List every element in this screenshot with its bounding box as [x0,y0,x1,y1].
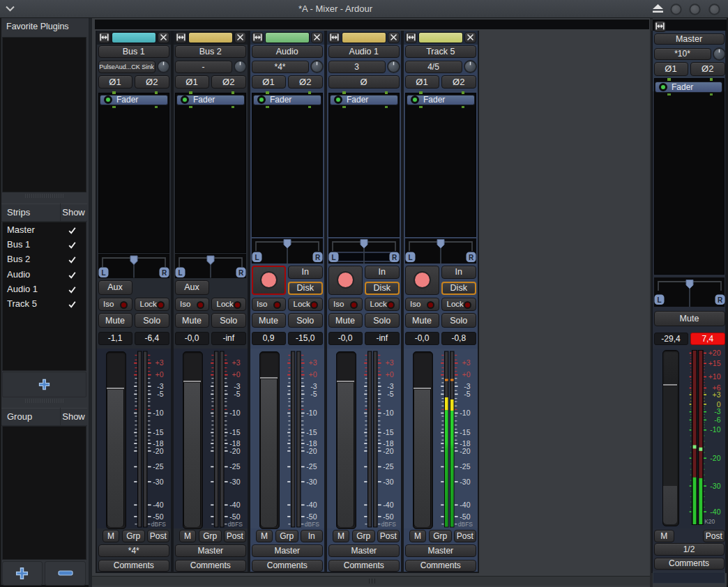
svg-text:R: R [315,253,321,261]
svg-text:+0: +0 [232,370,241,379]
svg-text:L: L [408,253,412,261]
svg-text:+0: +0 [386,370,394,379]
svg-text:dBFS: dBFS [305,521,320,528]
svg-text:-40: -40 [229,501,240,509]
svg-text:L: L [101,269,105,277]
svg-text:dBFS: dBFS [228,521,243,528]
svg-text:-50: -50 [306,512,317,521]
svg-text:-25: -25 [460,462,470,471]
svg-text:-50: -50 [383,512,393,521]
svg-text:R: R [718,296,723,303]
svg-text:-3: -3 [387,382,393,390]
svg-text:-40: -40 [460,501,470,509]
svg-text:-25: -25 [153,462,163,471]
svg-text:K20: K20 [704,518,715,525]
svg-text:-30: -30 [710,482,720,490]
svg-text:-10: -10 [229,409,240,417]
svg-text:-10: -10 [153,409,163,417]
svg-text:-15: -15 [460,428,470,436]
svg-text:+0: +0 [156,370,164,379]
svg-text:-50: -50 [460,512,470,521]
svg-text:-15: -15 [383,428,393,436]
svg-text:-20: -20 [229,447,240,455]
svg-text:-20: -20 [306,447,317,455]
svg-text:-40: -40 [710,508,720,516]
svg-text:-40: -40 [306,501,317,509]
svg-text:-10: -10 [460,409,470,417]
svg-text:-40: -40 [153,501,163,509]
svg-text:-25: -25 [306,462,317,471]
svg-text:-15: -15 [153,428,163,436]
svg-text:-20: -20 [153,447,163,455]
svg-text:+3: +3 [232,358,241,367]
svg-text:+3: +3 [309,358,317,367]
svg-text:R: R [162,269,167,277]
svg-text:-20: -20 [383,447,393,455]
svg-text:dBFS: dBFS [151,521,167,528]
svg-text:-5: -5 [310,390,317,398]
svg-text:-40: -40 [383,501,393,509]
svg-text:-3: -3 [234,382,240,390]
svg-text:R: R [392,253,397,261]
svg-text:L: L [255,253,259,261]
svg-text:+0: +0 [462,370,471,379]
svg-text:-20: -20 [460,447,470,455]
svg-text:-30: -30 [229,478,240,486]
svg-text:-50: -50 [229,512,240,521]
svg-text:-25: -25 [383,462,393,471]
svg-text:R: R [469,253,474,261]
svg-text:-5: -5 [387,390,393,398]
svg-text:-5: -5 [234,390,240,398]
svg-text:-3: -3 [310,382,317,390]
svg-text:L: L [657,296,661,303]
svg-text:R: R [238,269,244,277]
svg-text:-30: -30 [460,478,470,486]
svg-text:-3: -3 [464,382,470,390]
svg-text:-20: -20 [710,454,720,462]
svg-text:-30: -30 [153,478,163,486]
svg-text:+15: +15 [708,359,721,367]
svg-text:+3: +3 [156,358,164,367]
svg-text:-6: -6 [714,416,720,424]
svg-text:+20: +20 [708,349,721,357]
svg-text:+3: +3 [713,390,721,399]
svg-text:-5: -5 [157,390,163,398]
svg-text:-3: -3 [714,407,720,416]
svg-text:-50: -50 [153,512,163,521]
svg-text:-30: -30 [306,478,317,486]
svg-text:-5: -5 [464,390,470,398]
svg-text:-15: -15 [229,428,240,436]
svg-text:-30: -30 [383,478,393,486]
svg-text:-10: -10 [383,409,393,417]
svg-text:+10: +10 [708,372,721,381]
svg-text:dBFS: dBFS [381,521,397,528]
svg-text:L: L [331,253,335,261]
svg-text:-10: -10 [306,409,317,417]
svg-text:+3: +3 [386,358,394,367]
svg-text:dBFS: dBFS [458,521,473,528]
svg-text:-15: -15 [306,428,317,436]
svg-text:-10: -10 [710,425,720,434]
svg-text:+3: +3 [462,358,471,367]
svg-text:L: L [178,269,182,277]
svg-text:-25: -25 [229,462,240,471]
svg-text:+0: +0 [309,370,317,379]
svg-text:-3: -3 [157,382,163,390]
